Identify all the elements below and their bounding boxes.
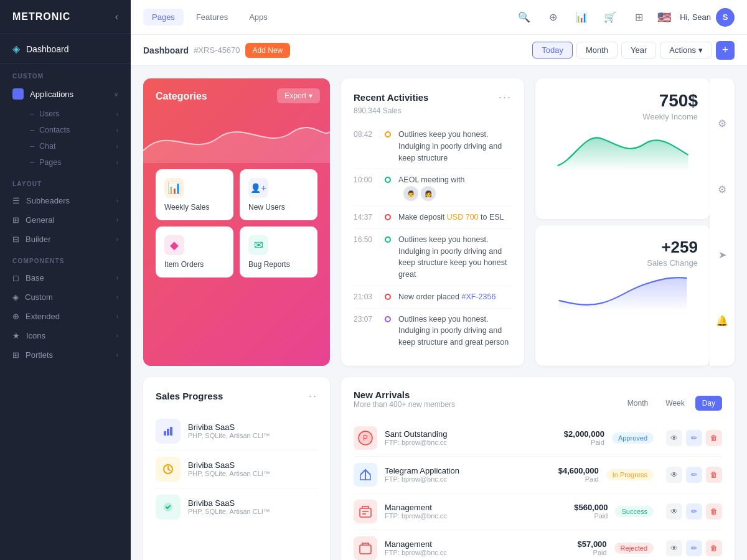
arrival-name-4: Management: [385, 539, 447, 549]
sp-sub-1: PHP, SQLite, Artisan CLI™: [188, 432, 317, 439]
sp-item-1: Briviba SaaS PHP, SQLite, Artisan CLI™: [156, 413, 317, 450]
item-orders-card[interactable]: ◆ Item Orders: [156, 226, 233, 278]
sidebar-item-general[interactable]: ⊞ General ›: [0, 210, 131, 230]
activities-card: Recent Activities ··· 890,344 Sales 08:4…: [341, 78, 524, 366]
amount-sub-1: Paid: [564, 439, 604, 446]
month-button[interactable]: Month: [576, 42, 618, 58]
sidebar-item-chat[interactable]: –Chat ›: [30, 138, 131, 154]
applications-submenu: –Users › –Contacts › –Chat › –Pages ›: [0, 105, 131, 172]
year-button[interactable]: Year: [621, 42, 656, 58]
view-btn-1[interactable]: 👁: [666, 430, 682, 446]
breadcrumb-ref: #XRS-45670: [194, 45, 240, 55]
delete-btn-1[interactable]: 🗑: [706, 430, 722, 446]
bug-reports-card[interactable]: ✉ Bug Reports: [240, 226, 317, 278]
sidebar-item-custom[interactable]: ◈ Custom ›: [0, 287, 131, 307]
arrival-info-3: Management FTP: bprow@bnc.cc: [385, 503, 447, 520]
send-icon[interactable]: ➤: [712, 245, 733, 266]
edit-btn-3[interactable]: ✏: [686, 503, 702, 520]
sales-progress-menu-icon[interactable]: ··: [309, 390, 317, 403]
avatar-2: 👩: [421, 186, 436, 201]
arrival-name-2: Telegram Application: [385, 466, 459, 475]
deposit-link[interactable]: USD 700: [447, 213, 479, 222]
arrival-icon-4: [354, 536, 377, 560]
portlets-chevron-icon: ›: [116, 352, 118, 358]
settings-icon[interactable]: ⚙: [712, 113, 733, 134]
today-button[interactable]: Today: [532, 42, 573, 58]
order-link[interactable]: #XF-2356: [461, 292, 496, 301]
sidebar-item-subheaders[interactable]: ☰ Subheaders ›: [0, 191, 131, 210]
sales-progress-header: Sales Progress ··: [156, 390, 317, 403]
sidebar-item-portlets[interactable]: ⊞ Portlets ›: [0, 345, 131, 365]
general-chevron-icon: ›: [116, 217, 118, 223]
arrival-amount-2: $4,600,000 Paid: [558, 466, 599, 483]
edit-btn-2[interactable]: ✏: [686, 467, 702, 483]
sp-name-3: Briviba SaaS: [188, 498, 317, 508]
activity-dot-teal: [385, 177, 391, 183]
edit-btn-4[interactable]: ✏: [686, 540, 702, 556]
flag-icon[interactable]: 🇺🇸: [657, 11, 671, 24]
activities-menu-icon[interactable]: ···: [499, 91, 512, 104]
activities-header: Recent Activities ···: [354, 91, 512, 104]
period-tab-month[interactable]: Month: [621, 396, 655, 411]
grid-icon[interactable]: ⊞: [629, 7, 649, 27]
sidebar-item-base[interactable]: ◻ Base ›: [0, 268, 131, 287]
sp-name-1: Briviba SaaS: [188, 422, 317, 432]
sp-info-2: Briviba SaaS PHP, SQLite, Artisan CLI™: [188, 460, 317, 477]
activity-item-2307: 23:07 Outlines keep you honest. Indulgin…: [354, 309, 512, 353]
bell-icon[interactable]: 🔔: [712, 310, 733, 331]
custom2-left: ◈ Custom: [12, 292, 53, 302]
dashboard-label: Dashboard: [26, 44, 69, 54]
tab-features[interactable]: Features: [187, 9, 237, 26]
view-btn-2[interactable]: 👁: [666, 467, 682, 483]
delete-btn-2[interactable]: 🗑: [706, 467, 722, 483]
chart-icon[interactable]: 📊: [571, 7, 591, 27]
svg-rect-7: [360, 508, 371, 517]
custom2-label: Custom: [25, 292, 53, 302]
arrival-icon-1: P: [354, 426, 377, 450]
sidebar-dashboard-item[interactable]: ◈ Dashboard: [0, 34, 131, 64]
tab-apps[interactable]: Apps: [240, 9, 276, 26]
tab-pages[interactable]: Pages: [143, 9, 184, 26]
sp-icon-teal: [156, 495, 181, 520]
add-new-button[interactable]: Add New: [245, 43, 291, 58]
period-tab-week[interactable]: Week: [659, 396, 691, 411]
portlets-label: Portlets: [26, 350, 53, 360]
users-icon[interactable]: ⊕: [543, 7, 563, 27]
content-area: Categories Export ▾ 📊 Weekly Sales: [131, 66, 747, 560]
sidebar-item-icons[interactable]: ★ Icons ›: [0, 326, 131, 345]
arrivals-subtitle: More than 400+ new members: [354, 400, 455, 409]
user-info: Hi, Sean S: [680, 8, 735, 27]
period-tab-day[interactable]: Day: [695, 396, 722, 411]
view-btn-4[interactable]: 👁: [666, 540, 682, 556]
breadcrumb-title: Dashboard: [143, 45, 189, 55]
new-users-card[interactable]: 👤+ New Users: [240, 169, 317, 220]
sp-sub-3: PHP, SQLite, Artisan CLI™: [188, 508, 317, 515]
item-orders-label: Item Orders: [164, 260, 225, 269]
delete-btn-4[interactable]: 🗑: [706, 540, 722, 556]
activity-item-0842: 08:42 Outlines keep you honest. Indulgin…: [354, 124, 512, 169]
gear2-icon[interactable]: ⚙: [712, 179, 733, 200]
sidebar-item-pages[interactable]: –Pages ›: [30, 154, 131, 170]
subheaders-label: Subheaders: [26, 196, 70, 205]
weekly-sales-card[interactable]: 📊 Weekly Sales: [156, 169, 233, 220]
row-1: Categories Export ▾ 📊 Weekly Sales: [143, 78, 735, 366]
view-btn-3[interactable]: 👁: [666, 503, 682, 520]
activities-subtitle: 890,344 Sales: [354, 106, 512, 115]
add-button[interactable]: +: [716, 41, 735, 60]
income-card: 750$ Weekly Income: [535, 78, 710, 219]
export-button[interactable]: Export ▾: [277, 88, 320, 103]
delete-btn-3[interactable]: 🗑: [706, 503, 722, 520]
sidebar-item-extended[interactable]: ⊕ Extended ›: [0, 307, 131, 326]
sidebar-item-contacts[interactable]: –Contacts ›: [30, 122, 131, 138]
avatar[interactable]: S: [716, 8, 735, 27]
edit-btn-1[interactable]: ✏: [686, 430, 702, 446]
actions-button[interactable]: Actions ▾: [660, 42, 712, 58]
sidebar-toggle-icon[interactable]: ‹: [115, 11, 118, 22]
wave-chart: [143, 113, 330, 163]
sidebar-item-builder[interactable]: ⊟ Builder ›: [0, 230, 131, 249]
sidebar-item-applications[interactable]: Applications ∨: [0, 83, 131, 105]
cart-icon[interactable]: 🛒: [600, 7, 620, 27]
search-icon[interactable]: 🔍: [514, 7, 534, 27]
svg-text:P: P: [363, 434, 368, 442]
sidebar-item-users[interactable]: –Users ›: [30, 106, 131, 122]
